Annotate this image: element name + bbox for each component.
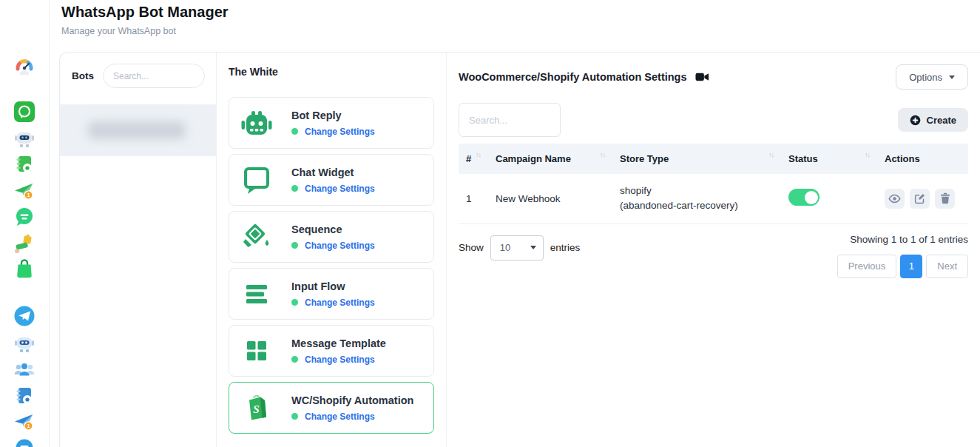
status-dot-icon [291, 185, 298, 192]
status-dot-icon [291, 356, 298, 363]
current-page-button[interactable]: 1 [900, 255, 922, 278]
telegram-contacts-icon[interactable] [13, 385, 36, 407]
status-dot-icon [291, 413, 298, 420]
column-header-store-type[interactable]: Store Type↑↓ [612, 144, 781, 174]
feature-label: WC/Shopify Automation [291, 394, 413, 406]
page-title: WhatsApp Bot Manager [61, 4, 229, 21]
pagination: Previous 1 Next [837, 255, 968, 278]
feature-label: Bot Reply [291, 110, 375, 121]
column-header-actions: Actions [877, 144, 968, 174]
actions-cell [877, 174, 968, 223]
sort-icon[interactable]: ↑↓ [600, 151, 605, 158]
bot-name-redacted [88, 121, 186, 139]
options-button-label: Options [909, 72, 942, 83]
delete-button[interactable] [935, 189, 955, 209]
page-size-select[interactable]: 10 [490, 235, 544, 261]
column-header-campaign-name[interactable]: Campaign Name↑↓ [488, 144, 612, 174]
feature-card-input-flow[interactable]: Input Flow Change Settings [229, 268, 434, 320]
row-number-cell: 1 [459, 174, 488, 223]
store-bag-icon[interactable] [13, 258, 36, 280]
create-button[interactable]: Create [898, 108, 968, 132]
options-button[interactable]: Options [896, 64, 968, 90]
campaign-name-cell: New Webhook [488, 174, 612, 223]
input-flow-icon [240, 277, 274, 311]
bot-reply-icon [240, 106, 274, 140]
chat-widget-icon [240, 163, 274, 197]
audience-group-icon[interactable] [13, 358, 36, 380]
bots-search-input[interactable] [103, 64, 205, 88]
feature-label: Chat Widget [291, 167, 375, 178]
entries-label: entries [550, 242, 581, 253]
chat-message-icon[interactable] [13, 206, 36, 228]
telegram-icon[interactable] [13, 305, 36, 327]
telegram-bot-icon[interactable] [13, 332, 36, 354]
sequence-paint-bucket-icon [240, 220, 274, 254]
whatsapp-icon[interactable] [13, 101, 36, 123]
change-settings-link[interactable]: Change Settings [305, 127, 375, 137]
store-type-cell: shopify (abandoned-cart-recovery) [612, 174, 781, 223]
whatsapp-campaign-icon[interactable]: 1 [13, 180, 36, 202]
sort-icon[interactable]: ↑↓ [865, 151, 870, 158]
status-dot-icon [291, 242, 298, 249]
settings-title: WooCommerce/Shopify Automation Settings [459, 71, 687, 83]
sort-icon[interactable]: ↑↓ [768, 151, 774, 158]
sort-icon[interactable]: ↑↓ [476, 151, 481, 158]
bot-name-title: The White [229, 66, 434, 78]
status-toggle[interactable] [788, 189, 820, 206]
video-tutorial-icon[interactable] [695, 72, 709, 82]
svg-text:S: S [253, 403, 259, 415]
bot-detail-panel: The White Bot Reply Change Settings [217, 53, 447, 447]
chat-partial-icon[interactable] [13, 437, 36, 447]
automation-table: #↑↓ Campaign Name↑↓ Store Type↑↓ Status↑… [459, 144, 968, 224]
feature-card-sequence[interactable]: Sequence Change Settings [229, 211, 434, 263]
store-type-line1: shopify [620, 184, 774, 198]
feature-label: Input Flow [291, 280, 375, 292]
feature-card-wc-shopify-automation[interactable]: S WC/Shopify Automation Change Settings [229, 382, 434, 434]
message-template-grid-icon [240, 334, 274, 368]
change-settings-link[interactable]: Change Settings [305, 184, 375, 194]
bots-panel-title: Bots [72, 70, 94, 81]
store-type-line2: (abandoned-cart-recovery) [620, 198, 774, 213]
table-search-input[interactable] [459, 103, 561, 137]
plus-circle-icon [910, 115, 921, 126]
telegram-campaign-icon[interactable]: 1 [13, 411, 36, 433]
column-header-status[interactable]: Status↑↓ [781, 144, 877, 174]
bot-manager-card: Bots The White Bot Reply [59, 52, 980, 447]
page-subtitle: Manage your WhatsApp bot [61, 26, 229, 36]
page-header: WhatsApp Bot Manager Manage your WhatsAp… [61, 4, 229, 36]
shopify-bag-icon: S [240, 391, 274, 425]
feature-label: Message Template [291, 337, 386, 349]
column-header-number[interactable]: #↑↓ [459, 144, 488, 174]
table-row: 1 New Webhook shopify (abandoned-cart-re… [459, 174, 968, 223]
bots-panel: Bots [60, 53, 217, 447]
change-settings-link[interactable]: Change Settings [305, 411, 375, 422]
show-label: Show [459, 242, 484, 253]
chevron-down-icon [949, 75, 955, 79]
svg-text:1: 1 [27, 192, 30, 198]
change-settings-link[interactable]: Change Settings [305, 241, 375, 251]
feature-card-message-template[interactable]: Message Template Change Settings [229, 325, 434, 377]
eye-icon [888, 194, 901, 204]
status-dot-icon [291, 299, 298, 306]
change-settings-link[interactable]: Change Settings [305, 354, 375, 365]
bot-list-item-selected[interactable] [60, 104, 216, 156]
feature-card-bot-reply[interactable]: Bot Reply Change Settings [229, 97, 434, 149]
dashboard-gauge-icon[interactable] [13, 56, 36, 78]
whatsapp-contacts-icon[interactable] [13, 153, 36, 175]
next-page-button[interactable]: Next [926, 255, 968, 278]
app-icon-sidebar: 1 [0, 0, 50, 447]
status-dot-icon [291, 128, 298, 135]
showing-entries-text: Showing 1 to 1 of 1 entries [850, 234, 968, 245]
create-button-label: Create [927, 115, 956, 126]
integrations-puzzle-icon[interactable] [13, 232, 36, 255]
toggle-knob [805, 191, 818, 204]
trash-icon [940, 192, 950, 204]
svg-text:1: 1 [27, 423, 30, 429]
previous-page-button[interactable]: Previous [837, 255, 897, 278]
whatsapp-bot-icon[interactable] [13, 127, 36, 149]
edit-button[interactable] [910, 189, 930, 209]
edit-pencil-icon [914, 193, 925, 204]
feature-card-chat-widget[interactable]: Chat Widget Change Settings [229, 154, 434, 206]
change-settings-link[interactable]: Change Settings [305, 298, 375, 308]
view-button[interactable] [885, 189, 905, 209]
